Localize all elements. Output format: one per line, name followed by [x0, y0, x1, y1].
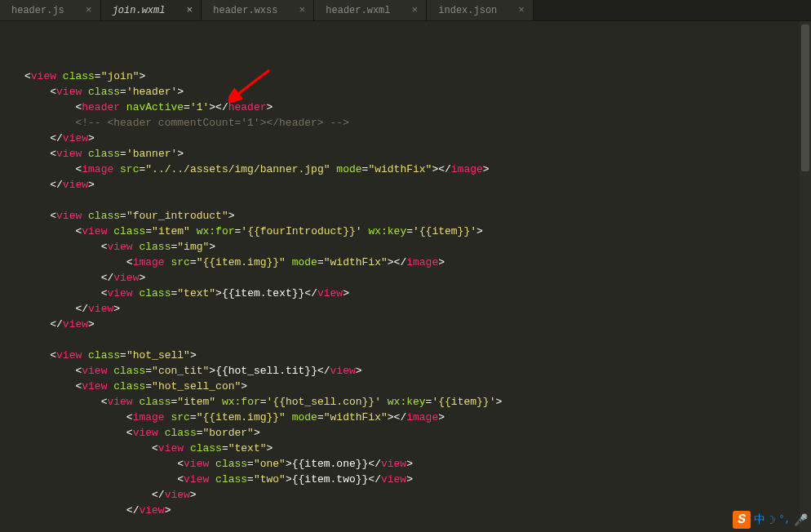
mic-icon[interactable]: 🎤 [794, 513, 808, 527]
code-line[interactable] [24, 193, 811, 208]
ime-language-icon[interactable]: 中 [754, 512, 765, 527]
code-line[interactable]: </view> [24, 317, 811, 332]
code-line[interactable]: <view class="text">{{item.text}}</view> [24, 286, 811, 301]
ime-indicator[interactable]: S 中 ☽ °, 🎤 [733, 511, 808, 529]
code-line[interactable]: <view class='header'> [24, 84, 811, 100]
tab-label: header.wxml [326, 5, 390, 16]
close-icon[interactable]: × [86, 4, 92, 16]
code-line[interactable]: <view class="con_tit">{{hot_sell.tit}}</… [24, 363, 811, 379]
code-line[interactable]: <view class="border"> [24, 425, 811, 441]
code-line[interactable]: <!-- <header commentCount='1'></header> … [24, 115, 811, 131]
tab-header-wxss[interactable]: header.wxss × [202, 0, 314, 20]
code-line[interactable]: <view class="item" wx:for='{{fourIntrodu… [24, 224, 811, 239]
close-icon[interactable]: × [412, 4, 419, 16]
vertical-scrollbar[interactable] [800, 21, 811, 532]
code-line[interactable]: </view> [24, 487, 811, 503]
tab-label: join.wxml [113, 5, 166, 16]
code-line[interactable]: <view class="item" wx:for='{{hot_sell.co… [24, 394, 811, 410]
code-line[interactable]: </view> [24, 270, 811, 286]
code-line[interactable] [24, 332, 811, 348]
code-line[interactable]: </view> [24, 301, 811, 317]
scrollbar-thumb[interactable] [801, 24, 809, 171]
code-line[interactable]: </view> [24, 131, 811, 146]
tab-label: index.json [438, 5, 497, 16]
tab-header-wxml[interactable]: header.wxml × [314, 0, 427, 20]
code-line[interactable]: <view class="one">{{item.one}}</view> [24, 456, 811, 472]
code-line[interactable]: <view class="hot_sell_con"> [24, 379, 811, 394]
code-editor[interactable]: <view class="join"> <view class='header'… [0, 21, 811, 532]
close-icon[interactable]: × [299, 4, 305, 16]
code-line[interactable]: <image src="{{item.img}}" mode="widthFix… [24, 255, 811, 270]
ime-separator: °, [779, 514, 791, 525]
code-line[interactable]: </view> [24, 177, 811, 193]
code-line[interactable]: <header navActive='1'></header> [24, 100, 811, 115]
code-content[interactable]: <view class="join"> <view class='header'… [20, 21, 811, 532]
code-line[interactable]: <view class="text"> [24, 441, 811, 456]
close-icon[interactable]: × [186, 4, 193, 16]
moon-icon[interactable]: ☽ [769, 513, 775, 527]
code-line[interactable]: <image src="{{item.img}}" mode="widthFix… [24, 410, 811, 425]
code-line[interactable]: <view class='banner'> [24, 146, 811, 162]
code-line[interactable]: <view class="two">{{item.two}}</view> [24, 472, 811, 487]
tab-label: header.js [11, 5, 64, 16]
code-line[interactable]: <view class="hot_sell"> [24, 348, 811, 363]
sogou-ime-icon[interactable]: S [733, 511, 751, 529]
editor-tabbar: header.js × join.wxml × header.wxss × he… [0, 0, 811, 21]
line-number-gutter [0, 21, 20, 532]
code-line[interactable]: <view class="join"> [24, 69, 811, 84]
tab-index-json[interactable]: index.json × [427, 0, 534, 20]
tab-header-js[interactable]: header.js × [0, 0, 101, 20]
code-line[interactable]: </view> [24, 503, 811, 518]
code-line[interactable]: <image src="../../assets/img/banner.jpg"… [24, 162, 811, 177]
tab-label: header.wxss [213, 5, 277, 16]
tab-join-wxml[interactable]: join.wxml × [101, 0, 202, 20]
close-icon[interactable]: × [518, 4, 525, 16]
code-line[interactable]: <view class="four_introduct"> [24, 208, 811, 224]
code-line[interactable]: <view class="img"> [24, 239, 811, 255]
